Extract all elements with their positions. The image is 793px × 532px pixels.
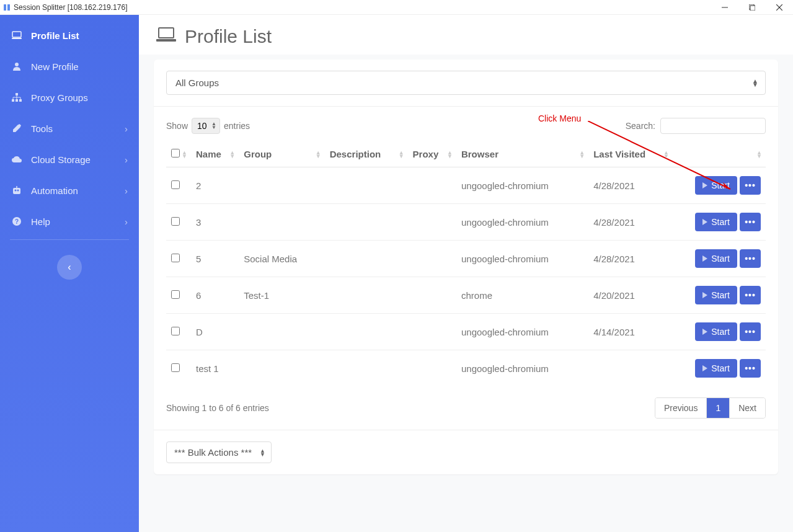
row-menu-button[interactable]: ••• [740, 213, 761, 231]
laptop-icon [156, 27, 176, 47]
window-close[interactable] [766, 0, 793, 15]
sidebar-item-proxy-groups[interactable]: Proxy Groups [0, 82, 139, 113]
ellipsis-icon: ••• [745, 217, 756, 227]
search-input[interactable] [660, 118, 766, 134]
table-row: 5 Social Media ungoogled-chromium 4/28/2… [166, 241, 766, 277]
app-logo-icon [2, 3, 11, 12]
sidebar-item-help[interactable]: ?Help› [0, 206, 139, 237]
cell-group [239, 314, 324, 350]
table-info: Showing 1 to 6 of 6 entries [166, 403, 269, 413]
window-maximize[interactable] [738, 0, 766, 15]
col-actions: ▲▼ [673, 141, 766, 167]
cell-group: Test-1 [239, 277, 324, 314]
row-checkbox[interactable] [171, 217, 180, 226]
cell-name: test 1 [191, 350, 239, 387]
svg-rect-11 [12, 99, 14, 102]
cell-browser: ungoogled-chromium [456, 204, 588, 241]
sidebar-item-cloud-storage[interactable]: Cloud Storage› [0, 144, 139, 175]
cell-description [325, 350, 408, 387]
cell-group [239, 350, 324, 387]
sidebar-item-new-profile[interactable]: New Profile [0, 51, 139, 82]
row-checkbox[interactable] [171, 363, 180, 372]
entries-label: entries [224, 121, 250, 131]
col-description[interactable]: Description▲▼ [325, 141, 408, 167]
start-button[interactable]: Start [695, 213, 737, 231]
col-checkbox: ▲▼ [166, 141, 191, 167]
sort-icon: ▲▼ [316, 151, 321, 158]
window-minimize[interactable] [711, 0, 738, 15]
cell-description [325, 204, 408, 241]
col-proxy[interactable]: Proxy▲▼ [408, 141, 456, 167]
chevron-left-icon: ‹ [68, 262, 71, 273]
row-checkbox[interactable] [171, 327, 180, 335]
bulk-actions-select[interactable]: *** Bulk Actions *** [166, 441, 272, 463]
profiles-table: ▲▼Name▲▼Group▲▼Description▲▼Proxy▲▼Brows… [166, 141, 766, 386]
start-button[interactable]: Start [695, 286, 737, 304]
cell-group [239, 167, 324, 204]
sort-icon: ▲▼ [756, 151, 762, 158]
svg-point-9 [15, 63, 19, 66]
row-menu-button[interactable]: ••• [740, 359, 761, 378]
svg-rect-1 [7, 4, 10, 11]
sidebar-item-tools[interactable]: Tools› [0, 113, 139, 144]
cell-description [325, 167, 408, 204]
cell-name: 2 [191, 167, 239, 204]
help-icon: ? [11, 216, 22, 227]
table-row: test 1 ungoogled-chromium Start ••• [166, 350, 766, 387]
start-button[interactable]: Start [695, 176, 737, 195]
start-button[interactable]: Start [695, 359, 737, 378]
play-icon [702, 255, 707, 262]
cell-proxy [408, 204, 456, 241]
table-row: 6 Test-1 chrome 4/20/2021 Start ••• [166, 277, 766, 314]
cell-proxy [408, 167, 456, 204]
col-browser[interactable]: Browser▲▼ [456, 141, 588, 167]
sort-icon: ▲▼ [399, 151, 404, 158]
row-menu-button[interactable]: ••• [740, 286, 761, 304]
row-checkbox[interactable] [171, 254, 180, 262]
row-menu-button[interactable]: ••• [740, 322, 761, 341]
row-menu-button[interactable]: ••• [740, 176, 761, 195]
svg-point-20 [15, 190, 17, 192]
sidebar-item-label: New Profile [31, 61, 79, 72]
start-button[interactable]: Start [695, 322, 737, 341]
group-filter-select[interactable]: All Groups [166, 71, 766, 95]
next-page-button[interactable]: Next [730, 398, 765, 418]
cell-browser: chrome [456, 277, 588, 314]
sidebar-item-label: Tools [31, 123, 53, 134]
chevron-right-icon: › [125, 216, 128, 227]
collapse-sidebar-button[interactable]: ‹ [57, 255, 82, 280]
window-title: Session Splitter [108.162.219.176] [14, 3, 127, 12]
divider [10, 239, 129, 240]
cell-last-visited: 4/20/2021 [588, 277, 673, 314]
search-label: Search: [626, 121, 655, 131]
select-all-checkbox[interactable] [171, 149, 180, 157]
sidebar-item-label: Automation [31, 185, 78, 196]
sidebar-item-label: Help [31, 216, 50, 227]
sidebar-item-profile-list[interactable]: Profile List [0, 20, 139, 51]
chevron-right-icon: › [125, 185, 128, 196]
page-1-button[interactable]: 1 [707, 398, 730, 418]
row-menu-button[interactable]: ••• [740, 249, 761, 268]
entries-select[interactable]: 10 [192, 118, 220, 134]
play-icon [702, 292, 707, 298]
cloud-icon [11, 154, 22, 165]
prev-page-button[interactable]: Previous [655, 398, 707, 418]
row-checkbox[interactable] [171, 290, 180, 299]
start-button[interactable]: Start [695, 249, 737, 268]
cell-browser: ungoogled-chromium [456, 314, 588, 350]
cell-proxy [408, 277, 456, 314]
cell-proxy [408, 350, 456, 387]
cell-name: 5 [191, 241, 239, 277]
cell-proxy [408, 314, 456, 350]
col-group[interactable]: Group▲▼ [239, 141, 324, 167]
ellipsis-icon: ••• [745, 254, 756, 264]
cell-proxy [408, 241, 456, 277]
col-last-visited[interactable]: Last Visited▲▼ [588, 141, 673, 167]
sidebar-item-automation[interactable]: Automation› [0, 175, 139, 206]
cell-last-visited: 4/28/2021 [588, 204, 673, 241]
col-name[interactable]: Name▲▼ [191, 141, 239, 167]
cell-last-visited [588, 350, 673, 387]
svg-rect-25 [159, 28, 174, 38]
table-row: 2 ungoogled-chromium 4/28/2021 Start ••• [166, 167, 766, 204]
row-checkbox[interactable] [171, 180, 180, 189]
